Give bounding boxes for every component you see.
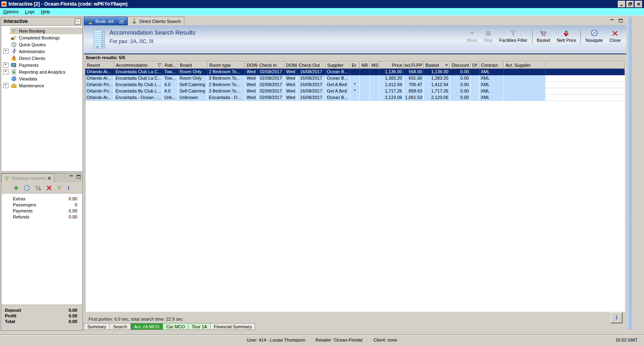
cell-incl-fl-pp: 568.00: [404, 69, 424, 75]
expand-plus-icon[interactable]: +: [1, 49, 10, 54]
column-header-discount[interactable]: Discount: [450, 62, 471, 69]
person-run-icon: [11, 48, 17, 54]
sidebar-item-completed-bookings[interactable]: Completed Bookings: [1, 34, 83, 41]
close-icon[interactable]: [47, 176, 52, 180]
column-sort-icon: [444, 64, 448, 67]
cell-resort: Orlando Pri...: [85, 88, 114, 94]
expand-plus-icon[interactable]: +: [1, 62, 10, 68]
column-header-resort[interactable]: Resort: [85, 62, 114, 69]
column-header-rati[interactable]: Rati...: [163, 62, 178, 69]
cell-price: 1,136.00: [380, 69, 404, 75]
table-row[interactable]: Orlando Ar...Encantada - Ocean - ...Unk.…: [85, 95, 625, 101]
cell-accommodation: Encantada By Club L...: [114, 82, 163, 88]
column-header-check-in[interactable]: Check In: [258, 62, 285, 69]
cell-supplier: Get A Bed: [326, 82, 350, 88]
menu-item-help[interactable]: Help: [38, 9, 54, 14]
booking-contents-row: Refunds0.00: [2, 214, 82, 220]
toolbar-button-label: More: [467, 38, 477, 43]
booking-contents-tab[interactable]: Booking contents: [1, 173, 54, 182]
document-minimize-icon[interactable]: [609, 19, 614, 23]
booking-row-value: 0.00: [69, 196, 77, 201]
column-header-accommodation[interactable]: Accommodation: [114, 62, 163, 69]
column-header-incl-fl-pp[interactable]: Incl.Fl.PP: [404, 62, 424, 69]
booking-section-tabs: SummarySearchAcc 2A MCOCar MCOTour 1AFin…: [84, 323, 255, 330]
column-header-basket[interactable]: Basket: [424, 62, 450, 69]
table-row[interactable]: Orlando Pri...Encantada By Club L...4.0S…: [85, 88, 625, 95]
sidebar-item-new-booking[interactable]: New Booking: [1, 27, 83, 34]
expand-plus-icon[interactable]: +: [1, 83, 10, 88]
column-header-label: Act. Supplier: [506, 63, 530, 68]
sidebar-item-direct-clients[interactable]: Direct Clients: [1, 55, 83, 62]
bottom-tab-tour-1a[interactable]: Tour 1A: [188, 323, 211, 330]
column-header-room-type[interactable]: Room type: [208, 62, 245, 69]
cell-er: [350, 75, 360, 81]
title-bar: Interactive [2] - Ocean-Florida (code: w…: [0, 0, 644, 8]
column-header-nr[interactable]: NR: [360, 62, 370, 69]
sidebar-item-viewdata[interactable]: Viewdata: [1, 75, 83, 82]
column-filter-icon[interactable]: [156, 63, 161, 67]
column-header-er[interactable]: Er: [350, 62, 360, 69]
cell-act-supplier: [504, 75, 546, 81]
tab-direct-clients-search[interactable]: Direct Clients Search: [128, 16, 184, 25]
cell-act-supplier: [504, 95, 546, 101]
bottom-tab-financial-summary[interactable]: Financial Summary: [211, 323, 255, 330]
row-filler: [546, 95, 625, 101]
bottom-tab-acc-2a-mco[interactable]: Acc 2A MCO: [131, 323, 163, 330]
column-header-of[interactable]: Of: [471, 62, 479, 69]
column-header-dow[interactable]: DOW: [285, 62, 297, 69]
minimize-button[interactable]: [618, 1, 625, 8]
bottom-tab-summary[interactable]: Summary: [84, 323, 110, 330]
palm-tree-icon[interactable]: [56, 185, 62, 191]
nett-price-button[interactable]: Nett Price: [553, 29, 579, 44]
sidebar-item-reporting-and-analytics[interactable]: +Reporting and Analytics: [1, 68, 83, 75]
cell-discount: 0.00: [450, 88, 471, 94]
arrow-down-icon: [469, 30, 476, 37]
column-header-dow[interactable]: DOW: [245, 62, 258, 69]
navigate-button[interactable]: Navigate: [582, 29, 606, 44]
panel-minimize-icon[interactable]: [69, 175, 74, 179]
cell-incl-fl-pp: 1,061.53: [404, 95, 424, 101]
column-header-ms[interactable]: MS: [370, 62, 380, 69]
close-tab-icon[interactable]: [119, 19, 124, 23]
bottom-tab-search[interactable]: Search: [110, 323, 131, 330]
table-row[interactable]: Orlando Pri...Encantada By Club L...4.0S…: [85, 82, 625, 88]
restore-button[interactable]: [626, 1, 634, 8]
cell-incl-fl-pp: 706.47: [404, 82, 424, 88]
sidebar-item-administrator[interactable]: +Administrator: [1, 48, 83, 55]
column-header-supplier[interactable]: Supplier: [326, 62, 350, 69]
bottom-tab-car-mco[interactable]: Car MCO: [163, 323, 188, 330]
delete-icon[interactable]: [46, 185, 52, 191]
menu-item-options[interactable]: Options: [0, 9, 22, 14]
panel-maximize-icon[interactable]: [76, 175, 81, 179]
basket-arrow-icon[interactable]: [35, 185, 42, 191]
table-row[interactable]: Orlando Ar...Encantada Club La C...Tow..…: [85, 75, 625, 82]
sidebar-item-payments[interactable]: +$Payments: [1, 62, 83, 68]
cell-contract: XML: [479, 88, 504, 94]
cell-ms: [370, 95, 380, 101]
add-icon[interactable]: [13, 185, 19, 191]
cell-incl-fl-pp: 858.63: [404, 88, 424, 94]
quote-clock-icon[interactable]: [24, 185, 30, 191]
close-button[interactable]: Close: [606, 29, 624, 44]
menu-item-logs[interactable]: Logs: [22, 9, 38, 14]
expand-plus-icon[interactable]: +: [1, 69, 10, 74]
info-button[interactable]: i: [611, 312, 622, 323]
close-button[interactable]: [635, 1, 642, 8]
basket-button[interactable]: Basket: [534, 29, 554, 44]
column-header-price[interactable]: Price: [380, 62, 404, 69]
table-row[interactable]: Orlando Ar...Encantada Club La C...Tow..…: [85, 69, 625, 75]
sidebar-item-maintenance[interactable]: +Maintenance: [1, 82, 83, 89]
cell-room-type: 3 Bedroom To...: [208, 88, 245, 94]
window-title: Interactive [2] - Ocean-Florida (code: w…: [8, 1, 128, 7]
column-header-board[interactable]: Board: [178, 62, 208, 69]
column-header-act-supplier[interactable]: Act. Supplier: [504, 62, 546, 69]
info-icon[interactable]: i: [67, 185, 71, 191]
sidebar-item-quick-quotes[interactable]: Quick Quotes: [1, 41, 83, 48]
column-header-check-out[interactable]: Check Out: [297, 62, 326, 69]
facilities-filter-button[interactable]: Facilities Filter: [496, 29, 530, 44]
cell-room-type: Encantada - O...: [208, 95, 245, 101]
collapse-panel-button[interactable]: −: [75, 19, 81, 25]
document-maximize-icon[interactable]: [618, 19, 623, 23]
column-header-contract[interactable]: Contract: [479, 62, 504, 69]
tab-book-ref-none[interactable]: Book. ref.:: [84, 16, 128, 25]
